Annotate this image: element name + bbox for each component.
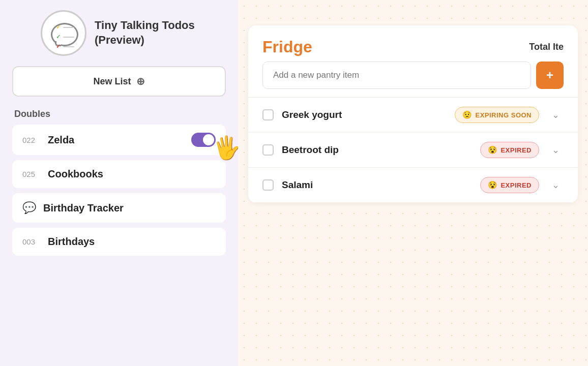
list-item-birthdays[interactable]: 003 Birthdays xyxy=(12,228,226,256)
pantry-list: Greek yogurt 😟 EXPIRING SOON ⌄ Beetroot … xyxy=(248,97,578,203)
item-name-beetroot-dip: Beetroot dip xyxy=(282,144,472,156)
app-logo: ✓ ✓ ✓ xyxy=(41,10,86,56)
logo-area: ✓ ✓ ✓ Tiny Talking Todos ( xyxy=(0,0,238,66)
list-item-birthday-tracker[interactable]: 💬 Birthday Tracker xyxy=(12,193,226,223)
plus-icon: ⊕ xyxy=(136,75,145,87)
expiring-emoji: 😟 xyxy=(462,110,473,119)
toggle-knob-zelda xyxy=(203,134,214,145)
status-badge-salami: 😵 EXPIRED xyxy=(480,177,539,193)
expired-emoji-1: 😵 xyxy=(488,145,498,155)
item-name-birthdays: Birthdays xyxy=(48,236,95,248)
checkbox-greek-yogurt[interactable] xyxy=(262,109,274,120)
app-title: Tiny Talking Todos (Preview) xyxy=(95,18,226,47)
item-number-birthdays: 003 xyxy=(22,237,41,246)
fridge-title: Fridge xyxy=(262,38,312,56)
add-item-button[interactable]: + xyxy=(536,62,564,89)
list-item-cookbooks[interactable]: 025 Cookbooks xyxy=(12,160,226,188)
add-item-row: + xyxy=(248,62,578,97)
expired-emoji-2: 😵 xyxy=(488,180,498,190)
fridge-header: Fridge Total Ite xyxy=(248,25,578,62)
list-item-zelda[interactable]: 022 Zelda 🖐 xyxy=(12,125,226,155)
pantry-item-beetroot-dip: Beetroot dip 😵 EXPIRED ⌄ xyxy=(248,133,578,168)
section-doubles-label: Doubles xyxy=(12,109,226,119)
status-badge-beetroot-dip: 😵 EXPIRED xyxy=(480,142,539,158)
checkbox-beetroot-dip[interactable] xyxy=(262,144,274,156)
checkbox-salami[interactable] xyxy=(262,179,274,191)
total-items-label: Total Ite xyxy=(529,42,564,52)
expired-label-2: EXPIRED xyxy=(501,181,532,189)
expand-greek-yogurt[interactable]: ⌄ xyxy=(547,107,564,123)
new-list-button[interactable]: New List ⊕ xyxy=(12,66,226,97)
item-name-birthday-tracker: Birthday Tracker xyxy=(43,202,124,214)
fridge-panel: Fridge Total Ite + Greek yogurt 😟 EXPIRI… xyxy=(248,25,578,203)
item-name-salami: Salami xyxy=(282,179,472,191)
pantry-item-salami: Salami 😵 EXPIRED ⌄ xyxy=(248,168,578,203)
item-name-cookbooks: Cookbooks xyxy=(48,168,103,180)
item-name-zelda: Zelda xyxy=(48,134,74,146)
sidebar: ✓ ✓ ✓ Tiny Talking Todos ( xyxy=(0,0,238,366)
status-badge-greek-yogurt: 😟 EXPIRING SOON xyxy=(455,107,539,123)
toggle-switch-zelda[interactable] xyxy=(191,133,216,147)
expand-salami[interactable]: ⌄ xyxy=(547,177,564,193)
item-number-cookbooks: 025 xyxy=(22,170,41,178)
expand-beetroot-dip[interactable]: ⌄ xyxy=(547,142,564,158)
new-list-label: New List xyxy=(93,76,131,87)
chat-icon: 💬 xyxy=(22,201,36,215)
expired-label-1: EXPIRED xyxy=(501,146,532,154)
main-content: Fridge Total Ite + Greek yogurt 😟 EXPIRI… xyxy=(238,0,588,366)
toggle-zelda[interactable] xyxy=(191,133,216,147)
item-name-greek-yogurt: Greek yogurt xyxy=(282,109,447,120)
pantry-item-greek-yogurt: Greek yogurt 😟 EXPIRING SOON ⌄ xyxy=(248,98,578,133)
item-number-zelda: 022 xyxy=(22,136,41,144)
sidebar-content: New List ⊕ Doubles 022 Zelda 🖐 025 Cookb… xyxy=(0,66,238,366)
add-item-input[interactable] xyxy=(262,62,531,89)
expiring-label: EXPIRING SOON xyxy=(475,111,532,119)
